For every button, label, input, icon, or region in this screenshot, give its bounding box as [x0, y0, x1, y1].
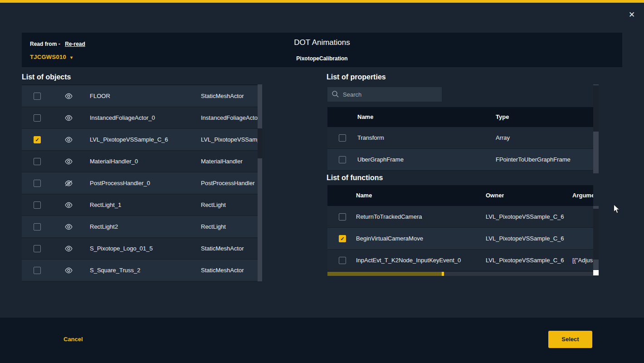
scrollbar-thumb[interactable]	[327, 272, 444, 276]
object-type: RectLight	[201, 194, 258, 216]
object-type: LVL_PixotopeVSSample_C	[201, 129, 258, 151]
column-header-owner: Owner	[486, 185, 504, 206]
cancel-button[interactable]: Cancel	[63, 336, 83, 343]
properties-heading: List of properties	[327, 73, 386, 81]
properties-table-header: Name Type	[327, 107, 593, 127]
dialog-footer	[0, 318, 644, 363]
column-header-name: Name	[357, 107, 373, 127]
page-title: DOT Animations	[22, 38, 622, 47]
row-checkbox[interactable]	[34, 114, 41, 122]
object-type: StaticMeshActor	[201, 85, 258, 107]
row-checkbox[interactable]	[34, 158, 41, 165]
row-checkbox[interactable]	[34, 180, 41, 187]
function-arguments: [{"Adjus	[572, 250, 593, 271]
column-header-type: Type	[496, 107, 509, 127]
scrollbar-corner	[593, 270, 599, 275]
dialog-header: Read from - Re-read TJCGWS010 ▾ DOT Anim…	[22, 33, 622, 67]
objects-list: FLOOR StaticMeshActor InstancedFoliageAc…	[22, 84, 262, 281]
row-checkbox[interactable]	[339, 134, 346, 142]
search-icon	[332, 90, 339, 98]
row-checkbox[interactable]	[34, 201, 41, 209]
functions-horizontal-scrollbar[interactable]	[327, 272, 593, 276]
mouse-cursor	[613, 204, 620, 214]
object-type: RectLight	[201, 216, 258, 238]
row-checkbox[interactable]	[34, 93, 41, 100]
column-header-name: Name	[356, 185, 372, 206]
scrollbar-thumb[interactable]	[593, 85, 599, 132]
function-owner: LVL_PixotopeVSSample_C_6	[486, 206, 570, 228]
properties-table: Name Type Transform Array UberGraphFrame…	[327, 107, 593, 171]
scrollbar-thumb[interactable]	[593, 209, 599, 260]
property-name: Transform	[357, 127, 489, 149]
page-subtitle: PixotopeCalibration	[22, 55, 622, 62]
scrollbar-thumb-cap	[442, 272, 444, 276]
visibility-eye-icon[interactable]	[64, 202, 73, 210]
function-row[interactable]: ReturnToTrackedCamera LVL_PixotopeVSSamp…	[327, 206, 593, 228]
top-accent-bar	[0, 0, 644, 3]
row-checkbox[interactable]	[339, 235, 346, 242]
scrollbar-thumb[interactable]	[258, 128, 262, 158]
function-row[interactable]: BeginVirtualCameraMove LVL_PixotopeVSSam…	[327, 228, 593, 250]
object-name: S_Pixotope_Logo_01_5	[90, 238, 196, 260]
functions-table: Name Owner Arguments ReturnToTrackedCame…	[327, 185, 593, 271]
object-row[interactable]: FLOOR StaticMeshActor	[22, 85, 258, 107]
row-checkbox[interactable]	[339, 156, 346, 163]
visibility-eye-off-icon[interactable]	[64, 180, 73, 188]
row-checkbox[interactable]	[34, 267, 41, 274]
object-row[interactable]: RectLight2 RectLight	[22, 216, 258, 238]
search-box[interactable]	[327, 87, 442, 102]
function-owner: LVL_PixotopeVSSample_C_6	[486, 250, 570, 271]
search-input[interactable]	[343, 87, 439, 102]
visibility-eye-icon[interactable]	[64, 93, 73, 101]
object-name: RectLight2	[90, 216, 196, 238]
object-row[interactable]: RectLight_1 RectLight	[22, 194, 258, 216]
function-owner: LVL_PixotopeVSSample_C_6	[486, 228, 570, 250]
property-type: FPointerToUberGraphFrame	[496, 149, 592, 171]
function-row[interactable]: InpActEvt_T_K2Node_InputKeyEvent_0 LVL_P…	[327, 250, 593, 271]
visibility-eye-icon[interactable]	[64, 224, 73, 232]
property-row[interactable]: Transform Array	[327, 127, 593, 149]
object-row[interactable]: LVL_PixotopeVSSample_C_6 LVL_PixotopeVSS…	[22, 129, 258, 151]
function-arguments	[572, 206, 593, 228]
object-row[interactable]: S_Pixotope_Logo_01_5 StaticMeshActor	[22, 238, 258, 260]
object-row[interactable]: MaterialHandler_0 MaterialHandler	[22, 151, 258, 172]
functions-table-header: Name Owner Arguments	[327, 185, 593, 206]
visibility-eye-icon[interactable]	[64, 137, 73, 145]
row-checkbox[interactable]	[339, 213, 346, 221]
visibility-eye-icon[interactable]	[64, 158, 73, 167]
row-checkbox[interactable]	[34, 245, 41, 252]
function-name: BeginVirtualCameraMove	[356, 228, 483, 250]
select-button[interactable]: Select	[548, 331, 592, 348]
object-name: FLOOR	[90, 85, 196, 107]
object-type: InstancedFoliageActor	[201, 107, 258, 129]
objects-heading: List of objects	[22, 73, 71, 81]
object-name: MaterialHandler_0	[90, 151, 196, 172]
properties-scrollbar[interactable]	[593, 84, 599, 173]
object-name: InstancedFoliageActor_0	[90, 107, 196, 129]
row-checkbox[interactable]	[34, 223, 41, 231]
functions-heading: List of functions	[327, 174, 383, 182]
column-header-arguments: Arguments	[572, 185, 593, 206]
functions-scrollbar[interactable]	[593, 206, 599, 270]
visibility-eye-icon[interactable]	[64, 245, 73, 254]
objects-scrollbar[interactable]	[258, 84, 262, 281]
function-name: ReturnToTrackedCamera	[356, 206, 483, 228]
object-name: LVL_PixotopeVSSample_C_6	[90, 129, 196, 151]
object-type: StaticMeshActor	[201, 238, 258, 260]
object-row[interactable]: PostProcessHandler_0 PostProcessHandler	[22, 172, 258, 194]
property-row[interactable]: UberGraphFrame FPointerToUberGraphFrame	[327, 149, 593, 171]
object-name: S_Square_Truss_2	[90, 260, 196, 281]
close-icon[interactable]: ✕	[627, 10, 637, 20]
object-type: StaticMeshActor	[201, 260, 258, 281]
row-checkbox[interactable]	[339, 257, 346, 264]
object-name: PostProcessHandler_0	[90, 172, 196, 194]
property-type: Array	[496, 127, 592, 149]
object-type: PostProcessHandler	[201, 172, 258, 194]
row-checkbox[interactable]	[34, 136, 41, 143]
function-arguments	[572, 228, 593, 250]
visibility-eye-icon[interactable]	[64, 115, 73, 123]
object-row[interactable]: InstancedFoliageActor_0 InstancedFoliage…	[22, 107, 258, 129]
visibility-eye-icon[interactable]	[64, 267, 73, 275]
object-row[interactable]: S_Square_Truss_2 StaticMeshActor	[22, 260, 258, 281]
object-type: MaterialHandler	[201, 151, 258, 172]
